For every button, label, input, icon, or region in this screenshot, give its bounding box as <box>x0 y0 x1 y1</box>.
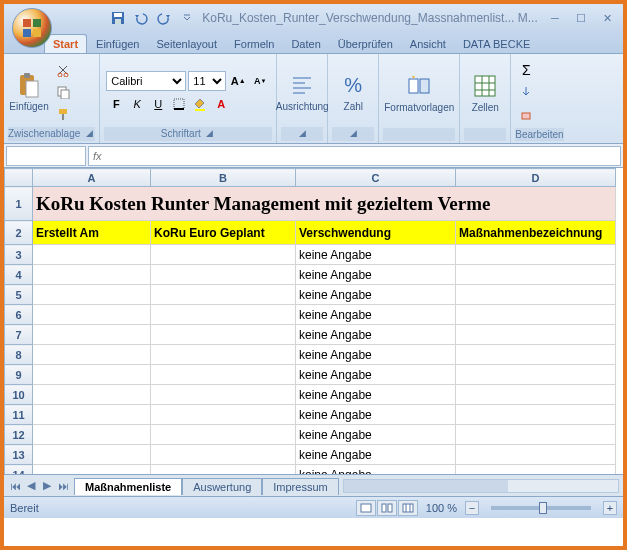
copy-icon[interactable] <box>52 82 74 102</box>
cell-5-C[interactable]: keine Angabe <box>296 285 456 305</box>
font-dialog-launcher-icon[interactable]: ◢ <box>204 128 216 140</box>
close-button[interactable]: ✕ <box>595 9 619 27</box>
col-header-A[interactable]: A <box>33 169 151 187</box>
formula-input[interactable]: fx <box>88 146 621 166</box>
cell-11-D[interactable] <box>456 405 616 425</box>
font-color-icon[interactable]: A <box>211 95 231 113</box>
view-normal-icon[interactable] <box>356 500 376 516</box>
view-page-break-icon[interactable] <box>398 500 418 516</box>
cell-7-C[interactable]: keine Angabe <box>296 325 456 345</box>
worksheet-grid[interactable]: ABCD1KoRu Kosten Runter Management mit g… <box>4 168 623 474</box>
cell-3-D[interactable] <box>456 245 616 265</box>
cell-9-C[interactable]: keine Angabe <box>296 365 456 385</box>
ribbon-tab-überprüfen[interactable]: Überprüfen <box>330 35 401 53</box>
sheet-tab-impressum[interactable]: Impressum <box>262 478 338 495</box>
number-dialog-launcher-icon[interactable]: ◢ <box>347 128 359 140</box>
cell-10-C[interactable]: keine Angabe <box>296 385 456 405</box>
cell-6-B[interactable] <box>151 305 296 325</box>
row-header-4[interactable]: 4 <box>5 265 33 285</box>
cell-7-D[interactable] <box>456 325 616 345</box>
cell-11-C[interactable]: keine Angabe <box>296 405 456 425</box>
ribbon-tab-daten[interactable]: Daten <box>283 35 328 53</box>
cell-12-C[interactable]: keine Angabe <box>296 425 456 445</box>
tab-nav-last-icon[interactable]: ⏭ <box>55 478 71 494</box>
row-header-10[interactable]: 10 <box>5 385 33 405</box>
border-icon[interactable] <box>169 95 189 113</box>
fill-color-icon[interactable] <box>190 95 210 113</box>
cell-8-D[interactable] <box>456 345 616 365</box>
cell-4-A[interactable] <box>33 265 151 285</box>
qat-dropdown-icon[interactable] <box>177 8 197 28</box>
alignment-button[interactable]: Ausrichtung <box>281 69 323 114</box>
grow-font-icon[interactable]: A▲ <box>228 72 248 90</box>
cell-13-B[interactable] <box>151 445 296 465</box>
format-painter-icon[interactable] <box>52 104 74 124</box>
header-cell-2[interactable]: Verschwendung <box>296 221 456 245</box>
horizontal-scrollbar[interactable] <box>343 479 619 493</box>
cell-6-D[interactable] <box>456 305 616 325</box>
cell-4-D[interactable] <box>456 265 616 285</box>
cell-9-B[interactable] <box>151 365 296 385</box>
office-button[interactable] <box>12 8 52 48</box>
cell-6-C[interactable]: keine Angabe <box>296 305 456 325</box>
sheet-tab-maßnahmenliste[interactable]: Maßnahmenliste <box>74 478 182 495</box>
cell-8-C[interactable]: keine Angabe <box>296 345 456 365</box>
cell-8-B[interactable] <box>151 345 296 365</box>
row-header-14[interactable]: 14 <box>5 465 33 475</box>
alignment-dialog-launcher-icon[interactable]: ◢ <box>296 128 308 140</box>
zoom-in-button[interactable]: + <box>603 501 617 515</box>
header-cell-0[interactable]: Erstellt Am <box>33 221 151 245</box>
cell-10-A[interactable] <box>33 385 151 405</box>
save-icon[interactable] <box>108 8 128 28</box>
cell-9-D[interactable] <box>456 365 616 385</box>
cell-7-B[interactable] <box>151 325 296 345</box>
row-header-8[interactable]: 8 <box>5 345 33 365</box>
fill-icon[interactable] <box>515 82 537 102</box>
ribbon-tab-seitenlayout[interactable]: Seitenlayout <box>149 35 226 53</box>
ribbon-tab-formeln[interactable]: Formeln <box>226 35 282 53</box>
zoom-out-button[interactable]: − <box>465 501 479 515</box>
cell-7-A[interactable] <box>33 325 151 345</box>
row-header-3[interactable]: 3 <box>5 245 33 265</box>
cell-3-C[interactable]: keine Angabe <box>296 245 456 265</box>
cell-8-A[interactable] <box>33 345 151 365</box>
number-button[interactable]: % Zahl <box>332 69 374 114</box>
col-header-C[interactable]: C <box>296 169 456 187</box>
row-header-7[interactable]: 7 <box>5 325 33 345</box>
maximize-button[interactable]: ☐ <box>569 9 593 27</box>
title-cell[interactable]: KoRu Kosten Runter Management mit geziel… <box>33 187 616 221</box>
cell-10-D[interactable] <box>456 385 616 405</box>
cell-3-A[interactable] <box>33 245 151 265</box>
paste-button[interactable]: Einfügen <box>8 69 50 114</box>
clear-icon[interactable] <box>515 104 537 124</box>
bold-icon[interactable]: F <box>106 95 126 113</box>
clipboard-dialog-launcher-icon[interactable]: ◢ <box>83 128 95 140</box>
row-header-11[interactable]: 11 <box>5 405 33 425</box>
ribbon-tab-data-becke[interactable]: DATA BECKE <box>455 35 538 53</box>
cut-icon[interactable] <box>52 60 74 80</box>
header-cell-3[interactable]: Maßnahmenbezeichnung <box>456 221 616 245</box>
cell-9-A[interactable] <box>33 365 151 385</box>
col-header-D[interactable]: D <box>456 169 616 187</box>
cell-10-B[interactable] <box>151 385 296 405</box>
font-name-select[interactable]: Calibri <box>106 71 186 91</box>
redo-icon[interactable] <box>154 8 174 28</box>
row-header-6[interactable]: 6 <box>5 305 33 325</box>
cell-11-B[interactable] <box>151 405 296 425</box>
row-header-9[interactable]: 9 <box>5 365 33 385</box>
italic-icon[interactable]: K <box>127 95 147 113</box>
autosum-icon[interactable]: Σ <box>515 60 537 80</box>
view-page-layout-icon[interactable] <box>377 500 397 516</box>
row-header-5[interactable]: 5 <box>5 285 33 305</box>
name-box[interactable] <box>6 146 86 166</box>
cell-6-A[interactable] <box>33 305 151 325</box>
tab-nav-first-icon[interactable]: ⏮ <box>7 478 23 494</box>
cell-13-D[interactable] <box>456 445 616 465</box>
cell-4-B[interactable] <box>151 265 296 285</box>
shrink-font-icon[interactable]: A▼ <box>250 72 270 90</box>
row-header-1[interactable]: 1 <box>5 187 33 221</box>
tab-nav-next-icon[interactable]: ▶ <box>39 478 55 494</box>
cell-12-D[interactable] <box>456 425 616 445</box>
tab-nav-prev-icon[interactable]: ◀ <box>23 478 39 494</box>
ribbon-tab-einfügen[interactable]: Einfügen <box>88 35 147 53</box>
